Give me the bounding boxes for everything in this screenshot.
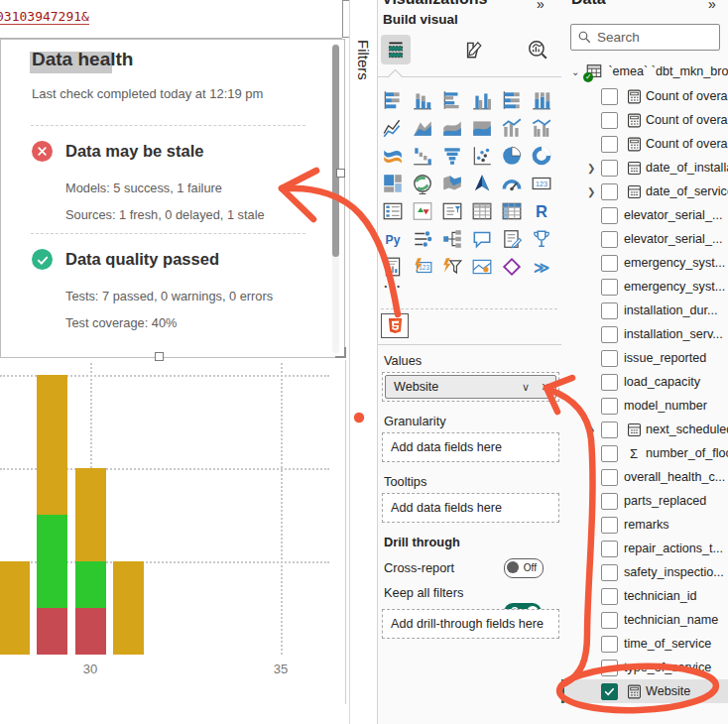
funnel-chart-icon[interactable]	[441, 145, 463, 167]
field-checkbox[interactable]	[601, 636, 618, 653]
field-checkbox[interactable]	[601, 326, 618, 343]
html5-visual-icon[interactable]	[381, 313, 409, 338]
scatter-chart-icon[interactable]	[471, 145, 493, 167]
field-row[interactable]: ❯emergency_syst...	[561, 275, 728, 299]
treemap-icon[interactable]	[382, 173, 404, 194]
area-chart-icon[interactable]	[412, 117, 433, 139]
donut-chart-icon[interactable]	[531, 145, 552, 167]
slicer-icon[interactable]	[441, 200, 463, 222]
chevron-down-icon[interactable]: ∨	[516, 381, 536, 394]
cross-report-toggle[interactable]: Off	[504, 558, 544, 578]
stacked-column-chart-visual[interactable]: 3035	[0, 358, 345, 706]
collapse-pane-icon[interactable]: »	[708, 0, 716, 12]
field-row[interactable]: ❯emergency_syst...	[561, 251, 728, 275]
field-row[interactable]: ❯Count of overal...	[561, 108, 728, 132]
field-checkbox[interactable]	[601, 588, 618, 605]
table-root-row[interactable]: ⌄ ✓ `emea` `dbt_mkn_bron...	[561, 60, 728, 83]
hundred-stacked-column-chart-icon[interactable]	[531, 89, 552, 111]
python-icon[interactable]: Py	[382, 228, 404, 250]
chevron-right-icon[interactable]: ❯	[587, 186, 601, 197]
field-checkbox[interactable]	[601, 374, 618, 391]
field-checkbox[interactable]	[601, 517, 618, 534]
chevron-right-icon[interactable]: ❯	[587, 424, 601, 435]
stacked-area-chart-icon[interactable]	[441, 117, 463, 139]
field-row[interactable]: ❯parts_replaced	[561, 489, 728, 513]
stacked-bar-chart-icon[interactable]	[382, 89, 404, 111]
filled-map-icon[interactable]	[441, 173, 463, 194]
field-checkbox[interactable]	[601, 564, 618, 581]
new-slicer-icon[interactable]	[441, 256, 463, 278]
field-checkbox[interactable]	[601, 112, 618, 129]
field-row[interactable]: ❯Σnumber_of_floo...	[561, 441, 728, 465]
field-checkbox[interactable]	[601, 612, 618, 629]
table-icon[interactable]	[471, 200, 493, 222]
field-checkbox[interactable]	[601, 183, 618, 200]
resize-handle-corner[interactable]	[335, 347, 346, 358]
field-checkbox[interactable]	[601, 445, 618, 462]
gauge-icon[interactable]	[501, 173, 523, 194]
field-row[interactable]: ❯installation_serv...	[561, 322, 728, 346]
field-row[interactable]: ❯type_of_service	[561, 656, 728, 679]
field-row[interactable]: ❯overall_health_c...	[561, 465, 728, 489]
ribbon-chart-icon[interactable]	[382, 145, 404, 167]
field-row[interactable]: ❯date_of_installa...	[561, 156, 728, 180]
data-health-card[interactable]: Data health Last check completed today a…	[0, 39, 345, 358]
drill-through-well[interactable]: Add drill-through fields here	[382, 609, 559, 639]
field-checkbox[interactable]	[601, 302, 618, 319]
line-clustered-column-chart-icon[interactable]	[531, 117, 552, 139]
clustered-bar-chart-icon[interactable]	[441, 89, 463, 111]
field-checkbox[interactable]	[601, 683, 618, 700]
field-checkbox[interactable]	[601, 160, 618, 177]
collapse-pane-icon[interactable]: »	[537, 0, 545, 12]
field-row[interactable]: ❯date_of_service	[561, 180, 728, 203]
pie-chart-icon[interactable]	[501, 145, 523, 167]
field-checkbox[interactable]	[601, 136, 618, 153]
chevron-right-icon[interactable]: ❯	[587, 163, 601, 174]
values-well[interactable]: Website ∨ ✕	[382, 372, 559, 402]
analytics-tab[interactable]	[523, 35, 552, 64]
field-checkbox[interactable]	[601, 231, 618, 248]
field-row[interactable]: ❯next_scheduled...	[561, 418, 728, 441]
search-input[interactable]: Search	[570, 24, 720, 51]
paginated-report-icon[interactable]	[382, 256, 404, 278]
r-script-icon[interactable]: R	[531, 200, 552, 222]
field-row[interactable]: ❯model_number	[561, 394, 728, 418]
azure-map-icon[interactable]	[471, 173, 493, 194]
card-icon[interactable]: 123	[531, 173, 552, 194]
clustered-column-chart-icon[interactable]	[471, 89, 493, 111]
field-checkbox[interactable]	[601, 541, 618, 557]
field-checkbox[interactable]	[601, 279, 618, 296]
field-row[interactable]: ❯issue_reported	[561, 346, 728, 370]
metrics-icon[interactable]	[531, 228, 552, 250]
tooltips-well[interactable]: Add data fields here	[382, 493, 559, 523]
field-checkbox[interactable]	[601, 398, 618, 415]
field-row[interactable]: ❯technician_name	[561, 608, 728, 632]
power-apps-icon[interactable]	[501, 256, 523, 278]
field-row[interactable]: ❯elevator_serial_...	[561, 203, 728, 227]
field-checkbox[interactable]	[601, 493, 618, 510]
more-visuals-icon[interactable]: ···	[384, 279, 403, 294]
smart-narrative-icon[interactable]	[501, 228, 523, 250]
key-influencers-icon[interactable]	[412, 228, 433, 250]
hundred-stacked-bar-chart-icon[interactable]	[501, 89, 523, 111]
field-checkbox[interactable]	[601, 255, 618, 272]
chevron-down-icon[interactable]: ⌄	[571, 66, 579, 77]
stacked-column-chart-icon[interactable]	[412, 89, 433, 111]
field-checkbox[interactable]	[601, 350, 618, 367]
kpi-icon[interactable]	[412, 200, 433, 222]
field-row[interactable]: ❯load_capacity	[561, 370, 728, 394]
decomposition-tree-icon[interactable]	[441, 228, 463, 250]
field-pill[interactable]: Website ∨ ✕	[385, 375, 556, 399]
multi-row-card-icon[interactable]	[382, 200, 404, 222]
power-automate-icon[interactable]: ≫	[531, 256, 552, 278]
hundred-stacked-area-chart-icon[interactable]	[471, 117, 493, 139]
q-and-a-icon[interactable]	[471, 228, 493, 250]
field-row[interactable]: ❯repair_actions_t...	[561, 537, 728, 560]
format-visual-tab[interactable]	[457, 35, 487, 64]
field-checkbox[interactable]	[601, 88, 618, 105]
field-row[interactable]: ❯installation_dur...	[561, 299, 728, 322]
field-row[interactable]: ❯remarks	[561, 513, 728, 537]
line-stacked-column-chart-icon[interactable]	[501, 117, 523, 139]
matrix-icon[interactable]	[501, 200, 523, 222]
field-checkbox[interactable]	[601, 422, 618, 438]
